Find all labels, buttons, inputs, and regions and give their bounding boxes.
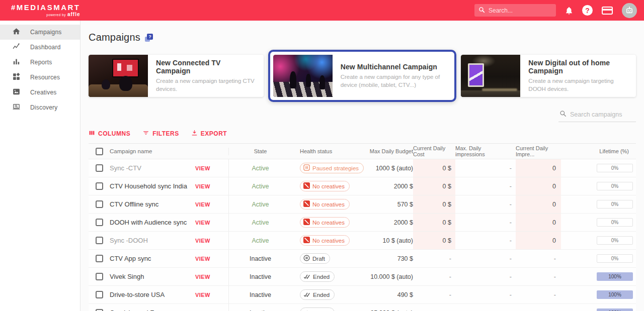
help-icon[interactable]: ? (582, 5, 593, 16)
sidebar-item-dashboard[interactable]: Dashboard (0, 40, 80, 55)
row-checkbox[interactable] (96, 200, 103, 208)
health-label: No creatives (312, 220, 345, 226)
view-button[interactable]: VIEW (195, 292, 228, 298)
multichannel-card-image (273, 55, 333, 97)
laptop-search-icon (12, 102, 21, 113)
global-search[interactable] (474, 4, 556, 17)
billing-card-icon[interactable] (601, 6, 613, 16)
table-row[interactable]: DOOH with Audience sync VIEW Active No c… (89, 214, 636, 232)
impressions-value: 0 (516, 159, 561, 177)
table-row[interactable]: CTV Offline sync VIEW Active No creative… (89, 195, 636, 214)
state-value: Active (229, 195, 292, 213)
impressions-value: - (516, 286, 561, 303)
filters-button[interactable]: FILTERS (142, 130, 179, 138)
pause-circle-icon (303, 255, 310, 262)
view-button[interactable]: VIEW (195, 165, 228, 171)
row-checkbox[interactable] (96, 273, 103, 280)
max-impressions-value: - (455, 304, 516, 311)
header-current-daily-impressions[interactable]: Current Daily Impre... (516, 145, 561, 157)
export-button[interactable]: EXPORT (191, 130, 227, 138)
sidebar-item-campaigns[interactable]: Campaigns (0, 25, 80, 40)
campaign-name-link[interactable]: Omnichannel France (110, 309, 195, 311)
campaign-name-link[interactable]: DOOH with Audience sync (110, 219, 195, 226)
no-creatives-badge[interactable]: No creatives (300, 181, 350, 191)
campaign-name-link[interactable]: CTV Offline sync (110, 200, 195, 208)
new-dooh-campaign-card[interactable]: New Digital out of home Campaign Create … (461, 55, 636, 97)
mediasmart-logo[interactable]: #MEDIASMART powered by affle (11, 4, 80, 17)
user-avatar[interactable] (622, 3, 637, 18)
table-row[interactable]: Omnichannel France VIEW Inactive Ended 2… (89, 304, 636, 311)
search-campaigns-field[interactable] (558, 109, 636, 122)
row-checkbox[interactable] (96, 219, 103, 226)
view-button[interactable]: VIEW (195, 183, 228, 189)
row-checkbox[interactable] (96, 309, 103, 311)
table-row[interactable]: Sync -DOOH VIEW Active No creatives 10 $… (89, 232, 636, 250)
double-check-icon (303, 273, 310, 280)
campaign-name-link[interactable]: CTV Household sync India (110, 182, 195, 190)
notifications-bell-icon[interactable] (565, 6, 574, 15)
header-lifetime[interactable]: Lifetime (%) (561, 148, 636, 154)
view-button[interactable]: VIEW (195, 238, 228, 244)
header-max-daily-budget[interactable]: Max Daily Budget (366, 148, 413, 154)
paused-strategies-badge[interactable]: Paused strategies (300, 163, 364, 173)
image-off-icon (303, 200, 310, 208)
campaign-name-link[interactable]: Vivek Singh (110, 273, 195, 280)
campaign-name-link[interactable]: Drive-to-store USA (110, 291, 195, 298)
card-description: Create a new campaign for any type of de… (341, 73, 444, 89)
sidebar-item-reports[interactable]: Reports (0, 55, 80, 70)
view-button[interactable]: VIEW (195, 201, 228, 208)
ended-badge[interactable]: Ended (300, 307, 335, 311)
table-row[interactable]: CTV App sync VIEW Inactive Draft 730 $ -… (89, 250, 636, 268)
columns-button[interactable]: COLUMNS (89, 130, 130, 138)
view-button[interactable]: VIEW (195, 274, 228, 280)
card-description: Create a new campaign targeting CTV devi… (156, 77, 256, 93)
impressions-value: 0 (516, 177, 561, 195)
row-checkbox[interactable] (96, 255, 103, 262)
lifetime-bar: 0% (597, 164, 633, 172)
new-ctv-campaign-card[interactable]: New Connected TV Campaign Create a new c… (89, 55, 264, 97)
global-search-input[interactable] (489, 7, 549, 14)
header-max-daily-impressions[interactable]: Max. Daily impressions (455, 145, 516, 157)
view-button[interactable]: VIEW (195, 256, 228, 262)
header-campaign-name[interactable]: Campaign name (110, 148, 195, 154)
no-creatives-badge[interactable]: No creatives (300, 235, 350, 246)
health-label: Draft (312, 256, 325, 262)
header-state[interactable]: State (229, 148, 292, 154)
sidebar-item-resources[interactable]: Resources (0, 70, 80, 85)
row-checkbox[interactable] (96, 164, 103, 172)
campaign-name-link[interactable]: Sync -CTV (110, 164, 195, 172)
header-health-status[interactable]: Health status (292, 148, 366, 154)
ended-badge[interactable]: Ended (300, 289, 335, 300)
page-title: Campaigns (89, 32, 140, 43)
table-row[interactable]: Drive-to-store USA VIEW Inactive Ended 4… (89, 286, 636, 304)
no-creatives-badge[interactable]: No creatives (300, 217, 350, 228)
table-toolbar: COLUMNS FILTERS EXPORT (89, 130, 636, 138)
health-label: Paused strategies (312, 165, 359, 171)
no-creatives-badge[interactable]: No creatives (300, 199, 350, 210)
search-campaigns-input[interactable] (570, 111, 633, 118)
cost-value: 0 $ (413, 159, 455, 177)
sidebar-item-label: Resources (30, 74, 60, 81)
row-checkbox[interactable] (96, 182, 103, 190)
table-row[interactable]: Vivek Singh VIEW Inactive Ended 10.000 $… (89, 268, 636, 286)
page-help-icon[interactable]: ? (145, 34, 153, 42)
cost-value: - (413, 268, 455, 285)
health-label: Ended (313, 274, 330, 280)
header-current-daily-cost[interactable]: Current Daily Cost (413, 145, 455, 157)
draft-badge[interactable]: Draft (300, 253, 330, 264)
table-row[interactable]: CTV Household sync India VIEW Active No … (89, 177, 636, 195)
sidebar-item-discovery[interactable]: Discovery (0, 100, 80, 115)
ended-badge[interactable]: Ended (300, 271, 335, 282)
row-checkbox[interactable] (96, 237, 103, 244)
campaign-name-link[interactable]: CTV App sync (110, 255, 195, 262)
view-button[interactable]: VIEW (195, 220, 228, 226)
new-multichannel-campaign-card-selected[interactable]: New Multichannel Campaign Create a new c… (268, 50, 457, 102)
impressions-value: - (516, 304, 561, 311)
table-row[interactable]: Sync -CTV VIEW Active Paused strategies … (89, 159, 636, 177)
sidebar-item-creatives[interactable]: Creatives (0, 85, 80, 100)
select-all-checkbox[interactable] (96, 148, 103, 155)
row-checkbox[interactable] (96, 291, 103, 298)
campaign-name-link[interactable]: Sync -DOOH (110, 237, 195, 244)
budget-value: 1000 $ (auto) (366, 159, 413, 177)
lifetime-bar: 100% (597, 290, 633, 299)
